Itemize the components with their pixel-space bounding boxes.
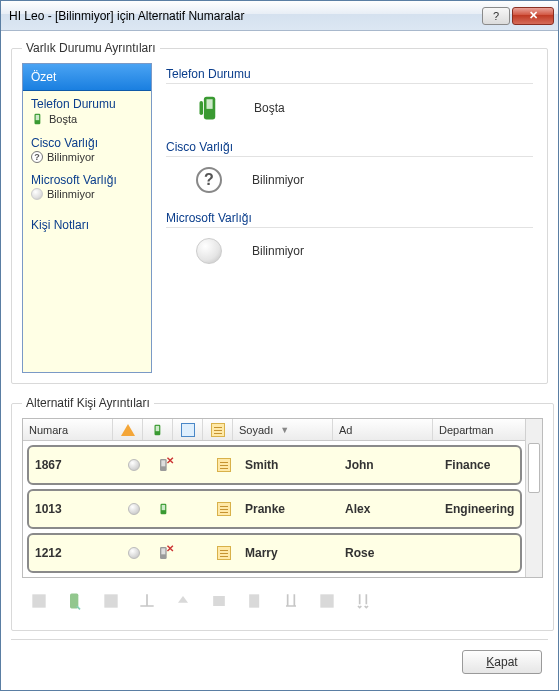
cell-calendar (179, 535, 209, 571)
toolbar (22, 578, 543, 618)
cell-department (439, 535, 520, 571)
question-icon: ? (196, 167, 222, 193)
note-icon (217, 458, 231, 472)
scrollbar-thumb[interactable] (528, 443, 540, 493)
close-button[interactable]: Kapat (462, 650, 542, 674)
phone-icon (157, 502, 171, 516)
svg-rect-4 (200, 101, 204, 115)
window-title: HI Leo - [Bilinmiyor] için Alternatif Nu… (9, 9, 480, 23)
cell-number: 1212 (29, 535, 119, 571)
section-title-phone: Telefon Durumu (166, 63, 533, 84)
presence-group: Varlık Durumu Ayrıntıları Özet Telefon D… (11, 41, 548, 384)
alternates-table: Numara Soyadı▼ Ad Departman 1867 (22, 418, 543, 578)
alternates-group-title: Alternatif Kişi Ayrıntıları (22, 396, 154, 410)
col-header-warning[interactable] (113, 419, 143, 440)
table-row[interactable]: 1013 Pranke Alex Engineering (27, 489, 522, 529)
table-row[interactable]: 1867 ✕ Smith John Finance (27, 445, 522, 485)
sidebar-sub-label: Boşta (49, 113, 77, 125)
cell-department: Finance (439, 447, 520, 483)
toolbar-btn-1[interactable] (26, 588, 52, 614)
toolbar-btn-2[interactable] (62, 588, 88, 614)
sidebar-sub-cisco: ? Bilinmiyor (23, 150, 151, 167)
section-title-ms: Microsoft Varlığı (166, 207, 533, 228)
presence-detail: Telefon Durumu Boşta Cisco Varlığı ? Bil… (162, 63, 537, 373)
col-header-firstname[interactable]: Ad (333, 419, 433, 440)
calendar-icon (181, 423, 195, 437)
table-body: 1867 ✕ Smith John Finance 1013 (23, 445, 542, 573)
toolbar-btn-4[interactable] (134, 588, 160, 614)
cell-number: 1867 (29, 447, 119, 483)
cell-phone: ✕ (149, 535, 179, 571)
note-icon (217, 546, 231, 560)
cell-notes (209, 447, 239, 483)
presence-dot-icon (128, 503, 140, 515)
sidebar-item-phone[interactable]: Telefon Durumu (23, 91, 151, 111)
svg-rect-15 (104, 594, 117, 607)
sidebar-item-summary[interactable]: Özet (23, 64, 151, 91)
titlebar: HI Leo - [Bilinmiyor] için Alternatif Nu… (1, 1, 558, 31)
cell-lastname: Pranke (239, 491, 339, 527)
col-header-calendar[interactable] (173, 419, 203, 440)
alternates-group: Alternatif Kişi Ayrıntıları Numara Soyad… (11, 396, 554, 631)
table-row[interactable]: 1212 ✕ Marry Rose (27, 533, 522, 573)
scrollbar[interactable] (525, 419, 542, 577)
svg-rect-17 (249, 594, 259, 607)
help-button[interactable]: ? (482, 7, 510, 25)
svg-rect-1 (36, 115, 40, 120)
svg-rect-3 (207, 99, 213, 109)
presence-sidebar: Özet Telefon Durumu Boşta Cisco Varlığı (22, 63, 152, 373)
toolbar-btn-7[interactable] (242, 588, 268, 614)
presence-dot-icon (128, 459, 140, 471)
section-value-cisco: Bilinmiyor (252, 173, 304, 187)
phone-icon (31, 112, 45, 126)
note-icon (217, 502, 231, 516)
cell-presence (119, 447, 149, 483)
cell-presence (119, 491, 149, 527)
cell-lastname: Smith (239, 447, 339, 483)
presence-group-title: Varlık Durumu Ayrıntıları (22, 41, 160, 55)
toolbar-btn-8[interactable] (278, 588, 304, 614)
svg-rect-6 (155, 425, 159, 430)
cell-notes (209, 535, 239, 571)
toolbar-btn-6[interactable] (206, 588, 232, 614)
sidebar-item-microsoft[interactable]: Microsoft Varlığı (23, 167, 151, 187)
toolbar-btn-5[interactable] (170, 588, 196, 614)
phone-unavailable-icon: ✕ (156, 457, 172, 473)
sidebar-item-label: Cisco Varlığı (31, 136, 98, 150)
cell-phone: ✕ (149, 447, 179, 483)
sort-indicator-icon: ▼ (280, 425, 289, 435)
phone-unavailable-icon: ✕ (156, 545, 172, 561)
dialog-window: HI Leo - [Bilinmiyor] için Alternatif Nu… (0, 0, 559, 691)
cell-phone (149, 491, 179, 527)
cell-firstname: Alex (339, 491, 439, 527)
table-header-row: Numara Soyadı▼ Ad Departman (23, 419, 542, 441)
toolbar-btn-3[interactable] (98, 588, 124, 614)
section-value-phone: Boşta (254, 101, 285, 115)
svg-rect-10 (162, 505, 166, 510)
col-header-number[interactable]: Numara (23, 419, 113, 440)
sidebar-item-notes[interactable]: Kişi Notları (23, 212, 151, 232)
col-header-notes[interactable] (203, 419, 233, 440)
sidebar-item-label: Telefon Durumu (31, 97, 116, 111)
sidebar-sub-label: Bilinmiyor (47, 151, 95, 163)
col-header-phone[interactable] (143, 419, 173, 440)
sidebar-item-label: Özet (31, 70, 56, 84)
phone-icon (151, 423, 165, 437)
toolbar-btn-10[interactable] (350, 588, 376, 614)
sidebar-sub-microsoft: Bilinmiyor (23, 187, 151, 204)
sidebar-sub-phone: Boşta (23, 111, 151, 130)
presence-dot-icon (128, 547, 140, 559)
toolbar-btn-9[interactable] (314, 588, 340, 614)
svg-rect-12 (161, 548, 165, 554)
col-header-lastname[interactable]: Soyadı▼ (233, 419, 333, 440)
content-area: Varlık Durumu Ayrıntıları Özet Telefon D… (1, 31, 558, 690)
cell-department: Engineering (439, 491, 520, 527)
question-icon: ? (31, 151, 43, 163)
cell-number: 1013 (29, 491, 119, 527)
sidebar-item-cisco[interactable]: Cisco Varlığı (23, 130, 151, 150)
sidebar-sub-label: Bilinmiyor (47, 188, 95, 200)
cell-calendar (179, 447, 209, 483)
svg-rect-13 (32, 594, 45, 607)
close-window-button[interactable]: ✕ (512, 7, 554, 25)
svg-rect-18 (320, 594, 333, 607)
